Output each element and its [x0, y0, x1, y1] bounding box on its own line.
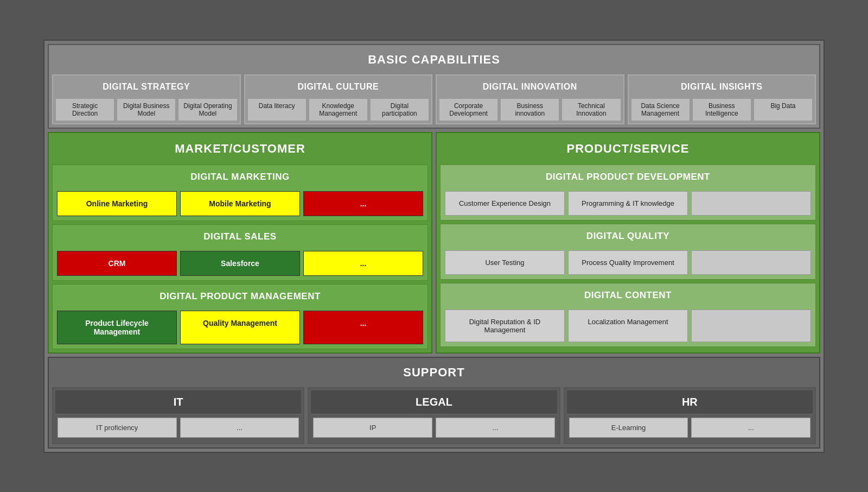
digital-culture-group: DIGITAL CULTURE Data literacy Knowledge …: [244, 74, 433, 124]
sales-item-2[interactable]: ...: [303, 251, 423, 276]
support-hr-title: HR: [567, 390, 813, 414]
digital-insights-items: Data Science Management Business Intelli…: [631, 98, 813, 121]
strategy-item-1[interactable]: Digital Business Model: [117, 98, 176, 121]
digital-marketing-title: DIGITAL MARKETING: [55, 167, 425, 187]
market-customer-section: MARKET/CUSTOMER DIGITAL MARKETING Online…: [48, 132, 432, 354]
support-legal-title: LEGAL: [311, 390, 557, 414]
digital-product-dev-group: DIGITAL PRODUCT DEVELOPMENT Customer Exp…: [440, 165, 816, 220]
pm-item-1[interactable]: Quality Management: [180, 311, 300, 344]
digital-sales-group: DIGITAL SALES CRM Salesforce ...: [52, 224, 428, 281]
innovation-item-0[interactable]: Corporate Development: [439, 98, 498, 121]
digital-marketing-group: DIGITAL MARKETING Online Marketing Mobil…: [52, 165, 428, 221]
quality-item-0[interactable]: User Testing: [445, 250, 565, 275]
insights-item-2[interactable]: Big Data: [754, 98, 813, 121]
prod-dev-item-0[interactable]: Customer Experience Design: [445, 191, 565, 216]
prod-dev-item-1[interactable]: Programming & IT knowledge: [568, 191, 688, 216]
content-item-1[interactable]: Localization Management: [568, 310, 688, 342]
digital-innovation-items: Corporate Development Business innovatio…: [439, 98, 621, 121]
basic-capabilities-title: BASIC CAPABILITIES: [52, 48, 816, 71]
digital-insights-title: DIGITAL INSIGHTS: [631, 78, 813, 96]
support-hr-group: HR E-Learning ...: [564, 387, 816, 444]
prod-dev-item-2: [691, 191, 811, 216]
digital-sales-items: CRM Salesforce ...: [55, 249, 425, 278]
sales-item-1[interactable]: Salesforce: [180, 251, 300, 276]
basic-capabilities-section: BASIC CAPABILITIES DIGITAL STRATEGY Stra…: [48, 44, 820, 129]
it-item-1[interactable]: ...: [180, 418, 299, 438]
digital-product-management-items: Product Lifecycle Management Quality Man…: [55, 308, 425, 346]
digital-innovation-group: DIGITAL INNOVATION Corporate Development…: [436, 74, 624, 124]
marketing-item-1[interactable]: Mobile Marketing: [180, 191, 300, 216]
digital-content-title: DIGITAL CONTENT: [443, 286, 813, 305]
product-service-section: PRODUCT/SERVICE DIGITAL PRODUCT DEVELOPM…: [436, 132, 820, 354]
legal-item-0[interactable]: IP: [313, 418, 432, 438]
digital-quality-group: DIGITAL QUALITY User Testing Process Qua…: [440, 224, 816, 280]
support-it-group: IT IT proficiency ...: [52, 387, 304, 444]
main-container: BASIC CAPABILITIES DIGITAL STRATEGY Stra…: [43, 40, 825, 453]
innovation-item-2[interactable]: Technical Innovation: [561, 98, 621, 121]
innovation-item-1[interactable]: Business innovation: [500, 98, 559, 121]
digital-insights-group: DIGITAL INSIGHTS Data Science Management…: [628, 74, 816, 124]
digital-product-dev-items: Customer Experience Design Programming &…: [443, 189, 813, 218]
content-item-2: [691, 310, 811, 342]
content-item-0[interactable]: Digital Reputation & ID Management: [445, 310, 565, 342]
digital-content-items: Digital Reputation & ID Management Local…: [443, 307, 813, 344]
product-service-title: PRODUCT/SERVICE: [440, 136, 816, 161]
strategy-item-2[interactable]: Digital Operating Model: [178, 98, 237, 121]
digital-product-management-group: DIGITAL PRODUCT MANAGEMENT Product Lifec…: [52, 284, 428, 349]
marketing-item-2[interactable]: ...: [303, 191, 423, 216]
digital-quality-items: User Testing Process Quality Improvement: [443, 248, 813, 277]
market-customer-title: MARKET/CUSTOMER: [52, 136, 428, 161]
middle-section: MARKET/CUSTOMER DIGITAL MARKETING Online…: [48, 132, 820, 354]
culture-item-0[interactable]: Data literacy: [247, 98, 307, 121]
digital-content-group: DIGITAL CONTENT Digital Reputation & ID …: [440, 283, 816, 347]
sales-item-0[interactable]: CRM: [57, 251, 177, 276]
strategy-item-0[interactable]: Strategic Direction: [55, 98, 114, 121]
support-section: SUPPORT IT IT proficiency ... LEGAL IP .…: [48, 357, 820, 449]
culture-item-2[interactable]: Digital participation: [370, 98, 429, 121]
capabilities-grid: DIGITAL STRATEGY Strategic Direction Dig…: [52, 74, 816, 124]
support-groups: IT IT proficiency ... LEGAL IP ... HR E-…: [52, 387, 816, 444]
support-hr-items: E-Learning ...: [567, 414, 813, 441]
hr-item-1[interactable]: ...: [691, 418, 810, 438]
quality-item-1[interactable]: Process Quality Improvement: [568, 250, 688, 275]
digital-strategy-group: DIGITAL STRATEGY Strategic Direction Dig…: [52, 74, 241, 124]
digital-strategy-items: Strategic Direction Digital Business Mod…: [55, 98, 238, 121]
support-legal-group: LEGAL IP ...: [308, 387, 560, 444]
digital-product-dev-title: DIGITAL PRODUCT DEVELOPMENT: [443, 167, 813, 187]
digital-culture-items: Data literacy Knowledge Management Digit…: [247, 98, 430, 121]
digital-culture-title: DIGITAL CULTURE: [247, 78, 430, 96]
support-it-title: IT: [55, 390, 301, 414]
quality-item-2: [691, 250, 811, 275]
digital-quality-title: DIGITAL QUALITY: [443, 226, 813, 246]
insights-item-0[interactable]: Data Science Management: [631, 98, 690, 121]
hr-item-0[interactable]: E-Learning: [569, 418, 688, 438]
digital-strategy-title: DIGITAL STRATEGY: [55, 78, 238, 96]
insights-item-1[interactable]: Business Intelligence: [692, 98, 751, 121]
pm-item-2[interactable]: ...: [303, 311, 423, 344]
digital-innovation-title: DIGITAL INNOVATION: [439, 78, 621, 96]
marketing-item-0[interactable]: Online Marketing: [57, 191, 177, 216]
digital-sales-title: DIGITAL SALES: [55, 227, 425, 247]
pm-item-0[interactable]: Product Lifecycle Management: [57, 311, 177, 344]
digital-product-management-title: DIGITAL PRODUCT MANAGEMENT: [55, 287, 425, 306]
it-item-0[interactable]: IT proficiency: [58, 418, 177, 438]
digital-marketing-items: Online Marketing Mobile Marketing ...: [55, 189, 425, 218]
culture-item-1[interactable]: Knowledge Management: [309, 98, 368, 121]
support-title: SUPPORT: [52, 361, 816, 384]
legal-item-1[interactable]: ...: [436, 418, 555, 438]
support-legal-items: IP ...: [311, 414, 557, 441]
support-it-items: IT proficiency ...: [55, 414, 301, 441]
